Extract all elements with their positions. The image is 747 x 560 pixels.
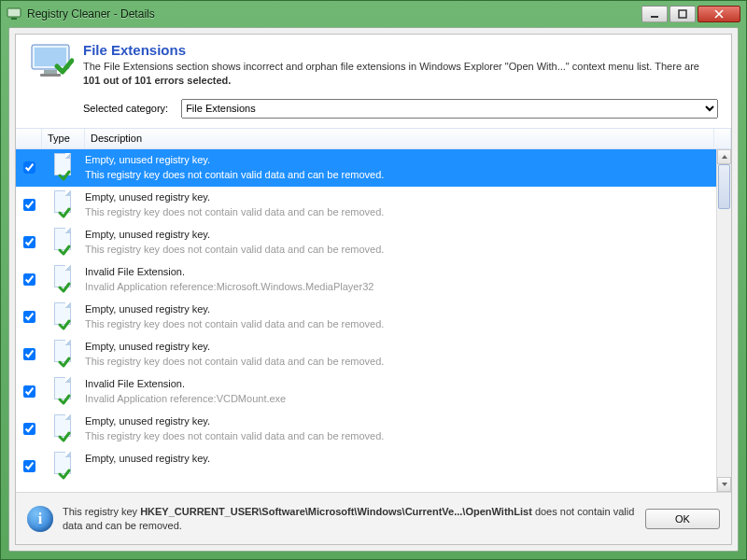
row-checkbox-cell bbox=[16, 336, 42, 373]
rows-container: Empty, unused registry key.This registry… bbox=[16, 149, 716, 492]
footer-text: This registry key HKEY_CURRENT_USER\Soft… bbox=[63, 505, 636, 533]
row-text: Empty, unused registry key.This registry… bbox=[85, 411, 716, 443]
row-title: Empty, unused registry key. bbox=[85, 153, 711, 166]
svg-rect-2 bbox=[651, 16, 658, 18]
row-text: Empty, unused registry key. bbox=[85, 448, 716, 467]
list-item[interactable]: Empty, unused registry key. bbox=[16, 448, 716, 485]
svg-rect-3 bbox=[679, 10, 686, 18]
row-checkbox-cell bbox=[16, 373, 42, 411]
app-icon bbox=[7, 7, 21, 21]
window-buttons bbox=[640, 6, 740, 22]
row-type-icon bbox=[42, 299, 85, 336]
ok-button[interactable]: OK bbox=[645, 509, 720, 529]
row-checkbox-cell bbox=[16, 299, 42, 336]
list-item[interactable]: Empty, unused registry key.This registry… bbox=[16, 411, 716, 448]
svg-rect-1 bbox=[11, 18, 17, 20]
row-title: Empty, unused registry key. bbox=[85, 302, 711, 315]
svg-rect-5 bbox=[35, 48, 66, 66]
category-label: Selected category: bbox=[83, 103, 168, 114]
row-text: Empty, unused registry key.This registry… bbox=[85, 224, 716, 257]
scroll-up-button[interactable] bbox=[717, 149, 731, 164]
row-type-icon bbox=[42, 373, 85, 411]
row-checkbox-cell bbox=[16, 224, 42, 261]
svg-rect-6 bbox=[44, 70, 57, 74]
section-title: File Extensions bbox=[83, 42, 718, 58]
list-item[interactable]: Empty, unused registry key.This registry… bbox=[16, 299, 716, 336]
list-item[interactable]: Empty, unused registry key.This registry… bbox=[16, 224, 716, 261]
svg-rect-0 bbox=[7, 8, 21, 17]
row-checkbox[interactable] bbox=[23, 423, 35, 435]
list-item[interactable]: Invalid File Extension.Invalid Applicati… bbox=[16, 373, 716, 411]
category-row: Selected category: File Extensions bbox=[16, 93, 731, 128]
col-checkbox[interactable] bbox=[16, 129, 42, 148]
row-text: Invalid File Extension.Invalid Applicati… bbox=[85, 373, 716, 406]
row-detail: Invalid Application reference:VCDMount.e… bbox=[85, 392, 711, 405]
row-text: Invalid File Extension.Invalid Applicati… bbox=[85, 261, 716, 294]
row-title: Invalid File Extension. bbox=[85, 377, 711, 390]
section-header: File Extensions The File Extensions sect… bbox=[16, 35, 731, 93]
list-item[interactable]: Empty, unused registry key.This registry… bbox=[16, 149, 716, 187]
row-detail: This registry key does not contain valid… bbox=[85, 355, 711, 368]
row-checkbox[interactable] bbox=[23, 236, 35, 248]
col-scroll-spacer bbox=[714, 129, 731, 148]
row-detail: Invalid Application reference:Microsoft.… bbox=[85, 280, 711, 293]
vertical-scrollbar[interactable] bbox=[716, 149, 731, 492]
results-list: Type Description Empty, unused registry … bbox=[16, 128, 731, 492]
list-item[interactable]: Empty, unused registry key.This registry… bbox=[16, 336, 716, 373]
row-checkbox-cell bbox=[16, 448, 42, 485]
row-checkbox-cell bbox=[16, 261, 42, 299]
category-select[interactable]: File Extensions bbox=[181, 99, 718, 119]
row-title: Empty, unused registry key. bbox=[85, 190, 711, 203]
row-title: Empty, unused registry key. bbox=[85, 228, 711, 241]
titlebar[interactable]: Registry Cleaner - Details bbox=[1, 1, 746, 27]
row-title: Empty, unused registry key. bbox=[85, 340, 711, 353]
client-area: File Extensions The File Extensions sect… bbox=[8, 27, 739, 552]
window-title: Registry Cleaner - Details bbox=[27, 7, 640, 21]
row-type-icon bbox=[42, 336, 85, 373]
row-type-icon bbox=[42, 411, 85, 448]
col-type[interactable]: Type bbox=[42, 129, 85, 148]
maximize-button[interactable] bbox=[669, 6, 696, 22]
row-title: Invalid File Extension. bbox=[85, 265, 711, 278]
minimize-button[interactable] bbox=[641, 6, 668, 22]
row-title: Empty, unused registry key. bbox=[85, 414, 711, 427]
row-detail: This registry key does not contain valid… bbox=[85, 317, 711, 330]
row-text: Empty, unused registry key.This registry… bbox=[85, 187, 716, 219]
list-item[interactable]: Invalid File Extension.Invalid Applicati… bbox=[16, 261, 716, 299]
row-type-icon bbox=[42, 261, 85, 299]
row-text: Empty, unused registry key.This registry… bbox=[85, 299, 716, 331]
footer-bar: i This registry key HKEY_CURRENT_USER\So… bbox=[16, 492, 731, 544]
row-checkbox-cell bbox=[16, 187, 42, 224]
info-icon: i bbox=[27, 506, 53, 532]
section-description: The File Extensions section shows incorr… bbox=[83, 60, 718, 88]
row-detail: This registry key does not contain valid… bbox=[85, 205, 711, 218]
close-button[interactable] bbox=[698, 6, 740, 22]
row-text: Empty, unused registry key.This registry… bbox=[85, 336, 716, 369]
scroll-down-button[interactable] bbox=[717, 477, 731, 492]
monitor-icon bbox=[29, 42, 74, 79]
list-item[interactable]: Empty, unused registry key.This registry… bbox=[16, 187, 716, 224]
row-checkbox[interactable] bbox=[23, 385, 35, 398]
row-type-icon bbox=[42, 149, 85, 187]
row-detail: This registry key does not contain valid… bbox=[85, 168, 711, 181]
svg-rect-7 bbox=[40, 74, 61, 77]
column-header: Type Description bbox=[16, 129, 731, 149]
content-panel: File Extensions The File Extensions sect… bbox=[15, 34, 732, 545]
row-checkbox[interactable] bbox=[23, 348, 35, 360]
section-header-text: File Extensions The File Extensions sect… bbox=[83, 42, 718, 88]
scroll-thumb[interactable] bbox=[718, 164, 730, 209]
row-checkbox-cell bbox=[16, 149, 42, 187]
row-detail: This registry key does not contain valid… bbox=[85, 243, 711, 256]
row-checkbox[interactable] bbox=[23, 161, 35, 174]
row-detail: This registry key does not contain valid… bbox=[85, 429, 711, 442]
col-description[interactable]: Description bbox=[85, 129, 714, 148]
row-type-icon bbox=[42, 224, 85, 261]
row-type-icon bbox=[42, 448, 85, 485]
row-checkbox[interactable] bbox=[23, 460, 35, 472]
row-checkbox[interactable] bbox=[23, 311, 35, 323]
row-text: Empty, unused registry key.This registry… bbox=[85, 149, 716, 182]
row-checkbox[interactable] bbox=[23, 273, 35, 286]
window-frame: Registry Cleaner - Details bbox=[0, 0, 747, 560]
row-title: Empty, unused registry key. bbox=[85, 452, 711, 465]
row-checkbox[interactable] bbox=[23, 199, 35, 211]
